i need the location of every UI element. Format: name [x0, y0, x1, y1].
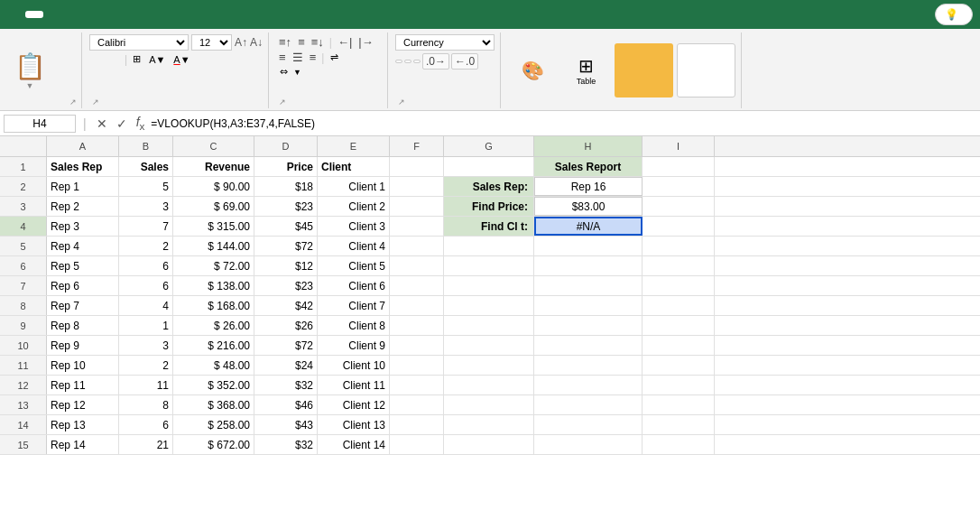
cell[interactable]: Client 14: [318, 435, 390, 454]
cell[interactable]: [444, 237, 534, 255]
cell[interactable]: [643, 217, 715, 236]
cell[interactable]: Client 11: [318, 376, 390, 394]
cell[interactable]: $ 352.00: [173, 376, 254, 394]
cell[interactable]: Client: [318, 157, 390, 176]
cell[interactable]: Price: [254, 157, 318, 176]
cell[interactable]: [444, 157, 534, 176]
row-header-4[interactable]: 4: [0, 217, 47, 236]
cell[interactable]: [390, 177, 444, 196]
cell[interactable]: Client 12: [318, 395, 390, 414]
menu-home[interactable]: [25, 11, 43, 18]
cell[interactable]: [534, 237, 643, 255]
cell[interactable]: [390, 316, 444, 335]
cell[interactable]: [390, 376, 444, 394]
col-header-c[interactable]: C: [173, 136, 254, 156]
cell[interactable]: 3: [119, 197, 173, 216]
cell[interactable]: Client 2: [318, 197, 390, 216]
menu-review[interactable]: [116, 11, 134, 18]
decrease-decimal-button[interactable]: ←.0: [451, 53, 478, 70]
cell[interactable]: $43: [254, 415, 318, 434]
cell[interactable]: $ 672.00: [173, 435, 254, 454]
cell[interactable]: Client 4: [318, 237, 390, 255]
cell[interactable]: 8: [119, 395, 173, 414]
cell[interactable]: Rep 9: [47, 336, 119, 355]
cell[interactable]: $32: [254, 435, 318, 454]
cell[interactable]: [444, 395, 534, 414]
cell[interactable]: [643, 296, 715, 315]
col-header-i[interactable]: I: [643, 136, 715, 156]
row-header-13[interactable]: 13: [0, 395, 47, 414]
cell[interactable]: [444, 256, 534, 275]
cell[interactable]: $23: [254, 197, 318, 216]
cell[interactable]: $23: [254, 276, 318, 295]
cell[interactable]: 6: [119, 276, 173, 295]
fill-color-button[interactable]: A▼: [146, 53, 168, 66]
cell[interactable]: 7: [119, 217, 173, 236]
cell[interactable]: 6: [119, 415, 173, 434]
col-header-d[interactable]: D: [254, 136, 318, 156]
cell[interactable]: [390, 356, 444, 375]
font-color-button[interactable]: A▼: [171, 53, 192, 66]
cell[interactable]: [534, 415, 643, 434]
alignment-expand-icon[interactable]: ↗: [279, 97, 286, 107]
cell[interactable]: Rep 13: [47, 415, 119, 434]
cell[interactable]: [643, 376, 715, 394]
copy-button[interactable]: [56, 62, 63, 79]
col-header-g[interactable]: G: [444, 136, 534, 156]
cell[interactable]: Client 3: [318, 217, 390, 236]
tell-me-input[interactable]: 💡: [935, 4, 973, 25]
cell[interactable]: $ 138.00: [173, 276, 254, 295]
cell[interactable]: Rep 2: [47, 197, 119, 216]
cell[interactable]: [534, 276, 643, 295]
cell[interactable]: Rep 14: [47, 435, 119, 454]
align-right-button[interactable]: ≡: [307, 50, 319, 65]
cell[interactable]: [444, 316, 534, 335]
cell[interactable]: [643, 237, 715, 255]
number-format-select[interactable]: Currency: [395, 34, 495, 51]
menu-formulas[interactable]: [79, 11, 97, 18]
row-header-3[interactable]: 3: [0, 197, 47, 216]
col-header-a[interactable]: A: [47, 136, 119, 156]
cell[interactable]: [390, 435, 444, 454]
format-as-table-button[interactable]: ⊞ Table: [561, 45, 611, 96]
cell[interactable]: [534, 376, 643, 394]
cancel-formula-button[interactable]: ✕: [94, 116, 110, 132]
cell[interactable]: Client 10: [318, 356, 390, 375]
row-header-14[interactable]: 14: [0, 415, 47, 434]
cell[interactable]: [390, 296, 444, 315]
cell[interactable]: #N/A: [534, 217, 643, 236]
menu-data[interactable]: [97, 11, 116, 18]
cell[interactable]: Rep 11: [47, 376, 119, 394]
cell[interactable]: [643, 415, 715, 434]
cell[interactable]: 21: [119, 435, 173, 454]
align-top-button[interactable]: ≡↑: [276, 34, 294, 50]
cell[interactable]: Rep 16: [534, 177, 643, 196]
dollar-button[interactable]: [395, 60, 402, 63]
cell[interactable]: [390, 415, 444, 434]
cell[interactable]: Sales Rep:: [444, 177, 534, 196]
cell[interactable]: [643, 157, 715, 176]
cell[interactable]: [534, 356, 643, 375]
cell[interactable]: $ 216.00: [173, 336, 254, 355]
cell[interactable]: $ 69.00: [173, 197, 254, 216]
cell[interactable]: [390, 197, 444, 216]
cell[interactable]: [643, 316, 715, 335]
cell[interactable]: $18: [254, 177, 318, 196]
cell[interactable]: 4: [119, 296, 173, 315]
row-header-9[interactable]: 9: [0, 316, 47, 335]
cell[interactable]: $ 26.00: [173, 316, 254, 335]
row-header-2[interactable]: 2: [0, 177, 47, 196]
cell[interactable]: $72: [254, 237, 318, 255]
cell[interactable]: [643, 197, 715, 216]
menu-page-layout[interactable]: [61, 11, 79, 18]
cell[interactable]: [390, 256, 444, 275]
row-header-5[interactable]: 5: [0, 237, 47, 255]
format-painter-button[interactable]: [56, 85, 63, 101]
cell[interactable]: [444, 415, 534, 434]
increase-decimal-button[interactable]: .0→: [422, 53, 449, 70]
cell[interactable]: [444, 296, 534, 315]
cell[interactable]: $ 258.00: [173, 415, 254, 434]
merge-center-button[interactable]: ⇔ ▼: [276, 65, 305, 79]
cell[interactable]: [444, 336, 534, 355]
cell[interactable]: [643, 256, 715, 275]
